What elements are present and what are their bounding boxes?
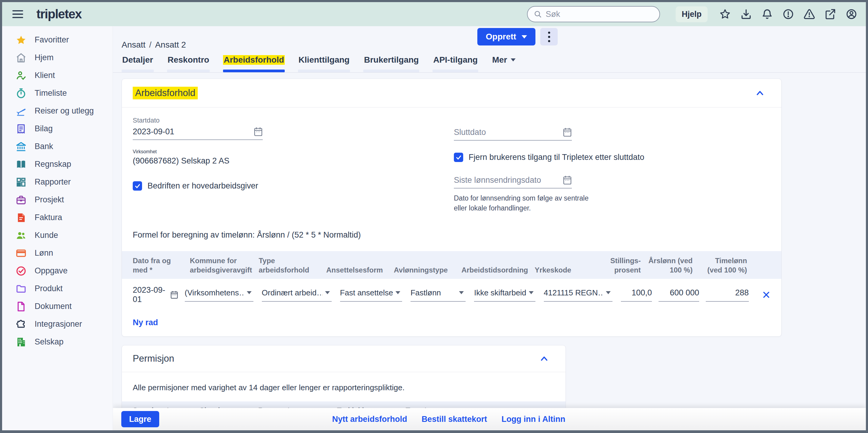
sidebar-label: Bilag [35,124,53,134]
sidebar-item-hjem[interactable]: Hjem [2,49,113,66]
checkbox-checked-icon [454,153,463,162]
tab-brukertilgang[interactable]: Brukertilgang [363,55,419,72]
employment-table-row: 2023-09-01 (Virksomhetens… [122,279,781,310]
sidebar-item-bank[interactable]: Bank [2,138,113,155]
sidebar-item-regnskap[interactable]: Regnskap [2,155,113,173]
bank-icon [16,141,27,152]
sidebar-label: Oppgave [35,266,68,276]
lonnsendring-input[interactable]: Siste lønnsendringsdato [454,175,572,189]
sidebar-label: Rapporter [35,177,71,187]
briefcase-icon [16,195,27,205]
tab-label: Mer [492,55,507,65]
column-header: Stillings-prosent [601,256,641,275]
tab-arbeidsforhold[interactable]: Arbeidsforhold [223,55,285,72]
sidebar-item-favoritter[interactable]: Favoritter [2,31,113,49]
building-icon [16,337,27,347]
calendar-icon[interactable] [170,291,178,299]
startdato-label: Startdato [133,117,263,124]
save-button[interactable]: Lagre [121,411,159,427]
breadcrumb-parent[interactable]: Ansatt [122,40,145,50]
sidebar-item-reiser-og-utlegg[interactable]: Reiser og utlegg [2,102,113,120]
sidebar-item-integrasjoner[interactable]: Integrasjoner [2,315,113,333]
home-icon [16,52,27,63]
kommune-select[interactable]: (Virksomhetens… [185,288,253,302]
startdato-input[interactable]: 2023-09-01 [133,127,263,140]
yrkeskode-select[interactable]: 4121115 REGN… [544,288,613,302]
sidebar-item-produkt[interactable]: Produkt [2,280,113,297]
delete-row-button[interactable] [762,291,771,299]
calendar-icon[interactable] [563,175,572,185]
order-tax-card-link[interactable]: Bestill skattekort [422,415,487,424]
notifications-bell-icon[interactable] [760,6,775,22]
tab-klienttilgang[interactable]: Klienttilgang [298,55,350,72]
avlonningstype-select[interactable]: Fastlønn [410,288,466,302]
sidebar-item-timeliste[interactable]: Timeliste [2,84,113,102]
fjern-tilgang-checkbox[interactable]: Fjern brukerens tilgang til Tripletex et… [454,153,644,162]
download-icon[interactable] [738,6,754,22]
sidebar-item-faktura[interactable]: Faktura [2,209,113,226]
sidebar-item-lonn[interactable]: Lønn [2,244,113,262]
employment-table: Dato fra og med * Kommune for arbeidsgiv… [122,251,781,336]
tab-mer[interactable]: Mer [492,55,516,72]
tab-detaljer[interactable]: Detaljer [122,55,154,72]
invoice-icon [16,212,27,223]
sidebar-item-prosjekt[interactable]: Prosjekt [2,191,113,209]
people-icon [16,230,27,241]
sidebar-item-bilag[interactable]: Bilag [2,120,113,138]
sidebar-item-dokument[interactable]: Dokument [2,297,113,315]
sidebar-item-oppgave[interactable]: Oppgave [2,262,113,280]
kebab-menu-button[interactable] [540,28,558,46]
sidebar-label: Faktura [35,213,62,222]
client-check-icon [16,70,27,81]
timelonn-input[interactable]: 288 [706,288,749,302]
calendar-icon[interactable] [563,127,572,137]
alert-circle-icon[interactable] [780,6,796,22]
hovedarbeidsgiver-checkbox-label: Bedriften er hovedarbeidsgiver [148,181,258,191]
folder-icon [16,283,27,294]
arslonn-input[interactable]: 600 000 [658,288,699,302]
help-button[interactable]: Hjelp [676,6,708,22]
collapse-employment-button[interactable] [755,89,765,97]
account-icon[interactable] [844,6,859,22]
calendar-icon[interactable] [254,127,263,136]
sidebar-label: Favoritter [35,35,69,45]
sidebar-item-klient[interactable]: Klient [2,66,113,84]
sidebar-item-selskap[interactable]: Selskap [2,333,113,351]
sidebar-item-rapporter[interactable]: Rapporter [2,173,113,191]
employment-new-row-link[interactable]: Ny rad [133,318,158,327]
action-bar: Lagre Nytt arbeidsforhold Bestill skatte… [113,408,866,430]
lonnsendring-placeholder: Siste lønnsendringsdato [454,176,541,185]
ansettelsesform-select[interactable]: Fast ansettelse [340,288,402,302]
stopwatch-icon [16,88,27,99]
virksomhet-label: Virksomhet [133,149,454,154]
hamburger-menu-icon[interactable] [11,7,24,21]
row-date-input[interactable]: 2023-09-01 [133,285,178,304]
favorite-star-icon[interactable] [717,6,733,22]
tab-reskontro[interactable]: Reskontro [167,55,210,72]
arbeidstidsordning-select[interactable]: Ikke skiftarbeid [474,288,535,302]
altinn-login-link[interactable]: Logg inn i Altinn [501,415,565,424]
sluttdato-input[interactable]: Sluttdato [454,127,572,141]
tab-api-tilgang[interactable]: API-tilgang [433,55,478,72]
kommune-select-value: (Virksomhetens… [185,288,244,297]
warning-triangle-icon[interactable] [802,6,817,22]
breadcrumb-separator: / [149,40,151,50]
sidebar: Favoritter Hjem Klient Timeliste Reiser … [2,26,113,430]
search-input[interactable]: Søk [527,6,660,22]
stillingsprosent-input[interactable]: 100,0 [621,288,652,302]
column-header: Arbeidstidsordning [461,265,528,275]
external-link-icon[interactable] [823,6,838,22]
hovedarbeidsgiver-checkbox[interactable]: Bedriften er hovedarbeidsgiver [133,181,454,191]
employment-panel-title: Arbeidsforhold [133,87,198,99]
new-employment-link[interactable]: Nytt arbeidsforhold [332,415,407,424]
sidebar-item-kunde[interactable]: Kunde [2,226,113,244]
type-arbeidsforhold-select[interactable]: Ordinært arbeid… [262,288,332,302]
create-button[interactable]: Opprett [477,28,535,46]
collapse-leave-button[interactable] [540,355,549,362]
tab-label: Detaljer [122,55,154,65]
search-icon [534,10,542,18]
leave-note: Alle permisjoner med varighet av 14 dage… [122,372,565,401]
tab-label: Klienttilgang [298,55,350,65]
main-area: Ansatt / Ansatt 2 Opprett Detaljer [113,26,866,430]
sidebar-label: Klient [35,71,55,80]
